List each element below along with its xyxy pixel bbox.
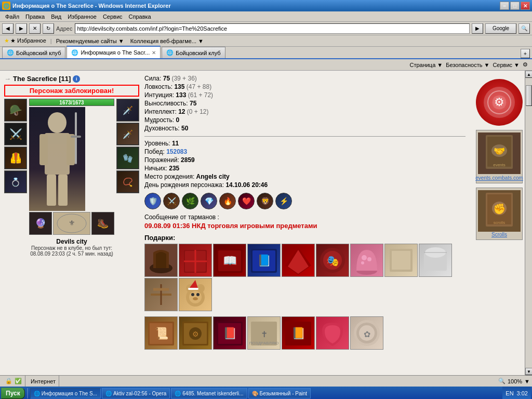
battle-stats: Уровень: 11 Побед: 152083 Поражений: 285… [144,140,466,189]
skill-2[interactable]: ⚔️ [163,193,180,209]
close-button[interactable]: ✕ [521,2,530,10]
gift-b4[interactable]: ✝ ПОЗДРАВЛЯЮ [247,316,281,350]
equip-legs[interactable]: 🦺 [4,147,27,169]
equip-offhand[interactable]: 🗡️ [116,123,139,145]
stop-button[interactable]: ✕ [29,23,41,34]
gift-b7[interactable]: ✿ [350,316,383,350]
status-icons: 🔒 ✅ [2,376,25,387]
skill-1[interactable]: 🛡️ [144,193,161,209]
maximize-button[interactable]: □ [510,2,520,10]
equip-weapon[interactable]: ⚔️ [4,123,27,145]
logo-svg: ⚙ [486,89,512,115]
tab-2[interactable]: 🌐 Бойцовский клуб [162,47,225,58]
refresh-button[interactable]: ↻ [43,23,54,34]
gift-bear[interactable]: Подарок от Tanya-casual [179,278,212,311]
stat-strength: Сила: 75 (39 + 36) [144,75,466,82]
gift-crossbow[interactable] [144,278,178,311]
menu-service[interactable]: Сервис [100,12,126,21]
gift-b6[interactable] [316,316,349,350]
equip-ring[interactable]: 💍 [4,170,27,193]
security-menu[interactable]: Безопасность ▼ [446,62,489,68]
taskbar-item-0[interactable]: 🌐 Информация о The S... [30,388,101,398]
gift-bear-svg [180,279,211,310]
forward-button[interactable]: ▶ [16,23,27,34]
skill-6[interactable]: ❤️ [238,193,255,209]
gift-9[interactable] [419,244,452,277]
svg-text:📜: 📜 [154,326,169,340]
gift-1[interactable] [144,244,178,277]
gift-8[interactable] [384,244,418,277]
equip-boots[interactable]: 🥾 [91,212,114,235]
taskbar-time: 3:02 [517,390,528,396]
zoom-control[interactable]: 🔍 100% ▼ [498,378,530,384]
portrait-svg [29,107,85,211]
events-link[interactable]: events.combats.com [475,175,523,181]
birthplace-info: Место рождения: Angels city [144,173,466,180]
stat-spirit: Духовность: 50 [144,125,466,132]
skill-5[interactable]: 🔥 [219,193,236,209]
menu-edit[interactable]: Правка [22,12,48,21]
scrolls-image: ✊ scrolls [478,190,521,232]
equip-armor[interactable]: 🗡️ [116,99,139,122]
svg-point-28 [361,261,364,264]
taskbar-item-2[interactable]: 🌐 6485. Metanet iskenderli... [171,388,247,398]
scrolls-banner[interactable]: ✊ scrolls Scrolls [476,188,523,240]
info-icon[interactable]: i [73,75,80,83]
equip-gloves[interactable]: 🧤 [116,147,139,169]
tab-0[interactable]: 🌐 Бойцовский клуб [2,47,65,58]
tab-close-1[interactable]: ✕ [152,50,156,56]
start-button[interactable]: Пуск [1,388,25,399]
equip-left: 🪖 ⚔️ 🦺 💍 [4,99,27,235]
settings-icon[interactable]: ⚙ [523,61,528,68]
gift-3[interactable]: 📖 [213,244,246,277]
menu-favorites[interactable]: Избранное [64,12,100,21]
scroll-down-button[interactable]: ▼ [525,368,532,375]
gift-5[interactable] [282,244,315,277]
minimize-button[interactable]: – [500,2,509,10]
gift-2[interactable] [179,244,212,277]
taskbar: Пуск 🌐 Информация о The S... 🌐 Aktiv zal… [0,387,532,399]
favorites-button[interactable]: ★ ★ Избранное [2,37,48,45]
gift-b1[interactable]: 📜 [144,316,178,350]
tab-add-button[interactable]: + [521,49,530,58]
ad-logo[interactable]: ⚙ [476,79,523,126]
go-button[interactable]: ▶ [472,23,483,34]
zoom-dropdown-icon[interactable]: ▼ [524,378,530,384]
taskbar-item-3[interactable]: 🎨 Безымянный - Paint [248,388,311,398]
skill-7[interactable]: 🦁 [257,193,273,209]
recommended-sites[interactable]: Рекомендуемые сайты ▼ [54,37,126,45]
search-button[interactable]: 🔍 [518,23,530,34]
address-input[interactable] [75,23,470,34]
scrollbar-thumb[interactable] [526,85,532,106]
taskbar-item-1[interactable]: 🌐 Aktiv zal-02:56 - Opera [102,388,170,398]
equip-head[interactable]: 🪖 [4,99,27,122]
skill-8[interactable]: ⚡ [275,193,292,209]
skill-3[interactable]: 🌿 [182,193,198,209]
tab-1[interactable]: 🌐 Информация о The Sacr... ✕ [66,46,161,58]
gift-b2[interactable]: ⚙ [179,316,212,350]
stat-intuition: Интуиция: 133 (61 + 72) [144,91,466,99]
back-button[interactable]: ◀ [2,23,14,34]
character-portrait[interactable] [29,107,85,211]
equip-amulet[interactable]: 📿 [116,170,139,193]
skill-4[interactable]: 💎 [201,193,217,209]
gift-6[interactable]: 🎭 [316,244,349,277]
menu-file[interactable]: Файл [2,12,22,21]
scroll-up-button[interactable]: ▲ [525,71,532,78]
web-fragments[interactable]: Коллекция веб-фрагме... ▼ [128,37,206,45]
service-menu[interactable]: Сервис ▼ [493,62,520,68]
events-banner[interactable]: 🤝 events events.combats.com [476,130,523,183]
scrolls-link[interactable]: Scrolls [491,232,507,237]
gift-7[interactable] [350,244,383,277]
gift-b3[interactable]: 📕 [213,316,246,350]
events-image: 🤝 events [478,132,521,174]
equip-bracelet[interactable]: 🔮 [29,212,52,235]
menu-view[interactable]: Вид [48,12,64,21]
gift-b5[interactable]: 📙 [282,316,315,350]
page-menu[interactable]: Страница ▼ [409,62,443,68]
stat-agility: Ловкость: 135 (47 + 88) [144,83,466,90]
gift-svg-7 [351,245,382,276]
menu-help[interactable]: Справка [126,12,154,21]
gift-4[interactable]: 📘 [247,244,281,277]
search-box[interactable]: Google [485,23,516,34]
